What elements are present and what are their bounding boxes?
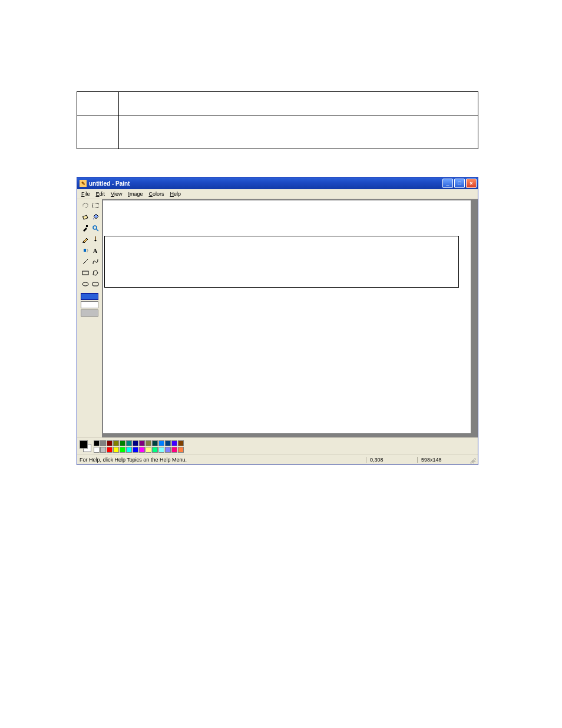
menu-view[interactable]: View: [108, 189, 125, 199]
tool-options: [80, 293, 100, 317]
maximize-button[interactable]: □: [454, 179, 465, 188]
color-swatch[interactable]: [100, 440, 106, 446]
color-swatch[interactable]: [139, 447, 145, 453]
menu-edit[interactable]: Edit: [93, 189, 108, 199]
rounded-rect-icon: [92, 281, 99, 288]
color-palette: [77, 437, 478, 454]
svg-rect-1: [82, 215, 87, 219]
color-swatch[interactable]: [107, 440, 113, 446]
text-tool[interactable]: A: [90, 245, 101, 256]
color-swatch[interactable]: [178, 440, 184, 446]
pencil-icon: [82, 236, 89, 243]
canvas-viewport: [102, 199, 478, 437]
airbrush-tool[interactable]: [80, 245, 91, 256]
line-icon: [82, 258, 89, 265]
foreground-color-swatch: [80, 440, 88, 449]
rectangle-tool[interactable]: [80, 268, 91, 278]
titlebar[interactable]: ✎ untitled - Paint _ □ ×: [77, 177, 478, 189]
brush-icon: [92, 236, 99, 243]
color-swatch[interactable]: [126, 447, 132, 453]
paint-window: ✎ untitled - Paint _ □ × File Edit View …: [77, 177, 478, 465]
color-swatch[interactable]: [94, 440, 100, 446]
eraser-tool[interactable]: [80, 212, 91, 222]
airbrush-icon: [82, 247, 89, 254]
color-swatch[interactable]: [158, 440, 164, 446]
svg-line-9: [83, 259, 88, 264]
color-swatch[interactable]: [126, 440, 132, 446]
svg-point-7: [87, 250, 88, 251]
svg-rect-12: [92, 282, 98, 286]
statusbar: For Help, click Help Topics on the Help …: [77, 454, 478, 465]
color-swatch[interactable]: [146, 440, 151, 446]
table-cell: [77, 92, 119, 116]
menu-image[interactable]: Image: [125, 189, 146, 199]
color-swatch[interactable]: [165, 447, 171, 453]
status-help-text: For Help, click Help Topics on the Help …: [80, 457, 366, 463]
menu-file[interactable]: File: [78, 189, 93, 199]
layout-table: [77, 91, 478, 149]
rounded-rect-tool[interactable]: [90, 279, 101, 289]
pencil-tool[interactable]: [80, 234, 91, 245]
color-swatch[interactable]: [171, 440, 177, 446]
color-swatch[interactable]: [113, 447, 119, 453]
status-coords: 0,308: [366, 457, 417, 463]
magnifier-tool[interactable]: [90, 223, 101, 233]
line-tool[interactable]: [80, 256, 91, 267]
fill-option-outline[interactable]: [81, 293, 98, 300]
polygon-tool[interactable]: [90, 268, 101, 278]
ellipse-tool[interactable]: [80, 279, 91, 289]
brush-tool[interactable]: [90, 234, 101, 245]
fill-tool[interactable]: [90, 212, 101, 222]
magnifier-icon: [92, 225, 99, 232]
color-swatch[interactable]: [152, 447, 158, 453]
rect-select-tool[interactable]: [90, 200, 101, 211]
menu-help[interactable]: Help: [167, 189, 184, 199]
fill-option-solid[interactable]: [81, 309, 98, 317]
window-buttons: _ □ ×: [442, 179, 477, 188]
color-swatch[interactable]: [152, 440, 158, 446]
table-cell: [119, 116, 478, 149]
menubar: File Edit View Image Colors Help: [77, 189, 478, 199]
fill-icon: [92, 213, 99, 220]
freeform-select-icon: [82, 202, 89, 209]
fg-bg-indicator[interactable]: [80, 440, 91, 452]
table-cell: [77, 116, 119, 149]
color-swatch[interactable]: [133, 447, 138, 453]
ellipse-icon: [82, 281, 89, 288]
color-swatch[interactable]: [120, 447, 125, 453]
eyedropper-icon: [82, 225, 89, 232]
color-swatch[interactable]: [146, 447, 151, 453]
color-swatch[interactable]: [171, 447, 177, 453]
color-swatch[interactable]: [165, 440, 171, 446]
color-swatch[interactable]: [133, 440, 138, 446]
curve-icon: [92, 258, 99, 265]
color-swatch[interactable]: [120, 440, 125, 446]
color-swatch[interactable]: [139, 440, 145, 446]
color-swatch[interactable]: [94, 447, 100, 453]
freeform-select-tool[interactable]: [80, 200, 91, 211]
rectangle-icon: [82, 269, 89, 276]
canvas[interactable]: [103, 200, 471, 433]
color-swatch[interactable]: [113, 440, 119, 446]
paint-app-icon: ✎: [80, 180, 87, 187]
close-button[interactable]: ×: [466, 179, 477, 188]
curve-tool[interactable]: [90, 256, 101, 267]
table-cell: [119, 92, 478, 116]
color-swatch[interactable]: [107, 447, 113, 453]
svg-rect-10: [82, 271, 88, 275]
toolbox: A: [77, 199, 102, 437]
fill-option-outline-fill[interactable]: [81, 301, 98, 308]
client-area: A: [77, 199, 478, 437]
menu-colors[interactable]: Colors: [146, 189, 167, 199]
status-canvas-size: 598x148: [417, 457, 468, 463]
resize-grip-icon[interactable]: [468, 456, 475, 463]
palette-grid: [94, 440, 184, 453]
minimize-button[interactable]: _: [442, 179, 453, 188]
svg-line-4: [96, 229, 98, 231]
color-swatch[interactable]: [178, 447, 184, 453]
picker-tool[interactable]: [80, 223, 91, 233]
color-swatch[interactable]: [158, 447, 164, 453]
document-page: ✎ untitled - Paint _ □ × File Edit View …: [0, 0, 562, 728]
color-swatch[interactable]: [100, 447, 106, 453]
tool-grid: A: [80, 200, 100, 289]
